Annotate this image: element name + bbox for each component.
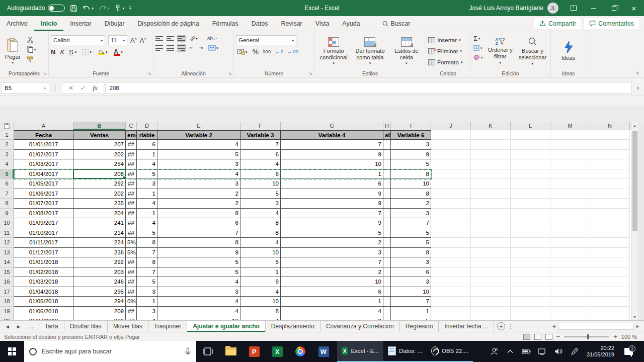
cell-I4[interactable]: 5 xyxy=(391,159,431,169)
undo-button[interactable]: ▾ xyxy=(83,5,94,12)
cell-K16[interactable] xyxy=(471,277,511,287)
cell-L2[interactable] xyxy=(511,140,550,150)
cell-I3[interactable]: 9 xyxy=(391,150,431,160)
column-header-M[interactable]: M xyxy=(550,122,590,130)
cell-C10[interactable]: ## xyxy=(126,218,137,228)
cell-J15[interactable] xyxy=(431,267,471,278)
cell-G3[interactable]: 9 xyxy=(281,150,383,160)
cell-K11[interactable] xyxy=(471,228,511,238)
cell-F20[interactable]: 4 xyxy=(240,316,281,320)
row-header-17[interactable]: 17 xyxy=(0,287,14,297)
word-button[interactable]: W xyxy=(312,341,335,362)
cell-N15[interactable] xyxy=(590,267,630,278)
cell-E11[interactable]: 7 xyxy=(157,228,240,238)
accounting-format-button[interactable]: ▾ xyxy=(236,48,249,55)
cell-M4[interactable] xyxy=(550,159,590,169)
cell-A20[interactable]: 01/07/2018 xyxy=(14,316,73,320)
tray-expand-icon[interactable] xyxy=(503,349,517,353)
cell-B11[interactable]: 214 xyxy=(73,228,126,238)
column-header-G[interactable]: G xyxy=(281,122,383,130)
cell-N2[interactable] xyxy=(590,140,630,150)
cell-E6[interactable]: 3 xyxy=(157,179,240,189)
cell-M5[interactable] xyxy=(550,169,590,179)
cell-E1[interactable]: Variable 2 xyxy=(157,130,240,140)
cell-B6[interactable]: 292 xyxy=(73,179,126,189)
shrink-font-button[interactable]: A˅ xyxy=(140,37,146,44)
row-header-1[interactable]: 1 xyxy=(0,130,14,140)
cell-L18[interactable] xyxy=(511,297,550,307)
file-explorer-button[interactable] xyxy=(219,341,243,362)
sheet-tab-trasponer[interactable]: Trasponer xyxy=(148,321,187,332)
collapse-ribbon-button[interactable]: ˄ xyxy=(636,70,639,76)
cell-H9[interactable] xyxy=(383,209,391,219)
cell-I16[interactable]: 3 xyxy=(391,277,431,287)
cell-M2[interactable] xyxy=(550,140,590,150)
redo-button[interactable]: ▾ xyxy=(99,5,110,12)
borders-button[interactable]: ▾ xyxy=(81,48,93,56)
cell-B2[interactable]: 207 xyxy=(73,140,126,150)
zoom-slider[interactable] xyxy=(564,336,609,337)
avatar[interactable]: JL xyxy=(547,3,558,14)
cell-G4[interactable]: 10 xyxy=(281,159,383,169)
find-select-button[interactable]: Buscar y seleccionar▾ xyxy=(517,33,548,69)
cell-D1[interactable]: riable xyxy=(137,130,157,140)
cell-E5[interactable]: 4 xyxy=(157,169,240,179)
cell-D12[interactable]: 8 xyxy=(137,238,157,248)
cell-A9[interactable]: 01/08/2017 xyxy=(14,209,73,219)
zoom-out-button[interactable]: − xyxy=(556,333,560,340)
cancel-button[interactable]: ✕ xyxy=(68,84,73,92)
paste-button[interactable]: Pegar▾ xyxy=(2,33,24,69)
cell-N20[interactable] xyxy=(590,316,630,320)
cell-H8[interactable] xyxy=(383,199,391,209)
cell-G20[interactable]: 2 xyxy=(281,316,383,320)
cell-F5[interactable]: 6 xyxy=(240,169,281,179)
column-header-E[interactable]: E xyxy=(157,122,240,130)
cell-B9[interactable]: 204 xyxy=(73,209,126,219)
cell-K17[interactable] xyxy=(471,287,511,297)
number-dialog-launcher[interactable]: ↘ xyxy=(308,71,312,76)
column-header-I[interactable]: I xyxy=(391,122,431,130)
cell-D16[interactable]: 5 xyxy=(137,277,157,287)
cell-M1[interactable] xyxy=(550,130,590,140)
cell-B17[interactable]: 295 xyxy=(73,287,126,297)
clear-button[interactable]: ▾ xyxy=(472,53,484,61)
cell-F19[interactable]: 8 xyxy=(240,307,281,317)
cell-C13[interactable]: 5% xyxy=(126,248,137,258)
enter-button[interactable]: ✓ xyxy=(80,84,86,92)
column-header-B[interactable]: B xyxy=(73,122,126,130)
cell-I10[interactable]: 7 xyxy=(391,218,431,228)
scroll-up-icon[interactable]: ▲ xyxy=(631,122,638,130)
pen-icon[interactable] xyxy=(568,348,582,355)
middle-align-button[interactable] xyxy=(167,36,174,41)
cell-D19[interactable]: 3 xyxy=(137,307,157,317)
decrease-indent-button[interactable]: ⇤ xyxy=(189,45,195,51)
new-sheet-button[interactable]: + xyxy=(497,322,505,330)
cell-J17[interactable] xyxy=(431,287,471,297)
cell-H1[interactable]: ab xyxy=(383,130,391,140)
cell-G6[interactable]: 6 xyxy=(281,179,383,189)
cell-H7[interactable] xyxy=(383,189,391,199)
cell-D18[interactable]: 1 xyxy=(137,297,157,307)
formula-input[interactable]: 208 xyxy=(105,82,632,94)
battery-icon[interactable] xyxy=(519,349,533,354)
ribbon-tab-disposición-de-página[interactable]: Disposición de página xyxy=(131,16,205,31)
cell-H20[interactable] xyxy=(383,316,391,320)
cell-G1[interactable]: Variable 4 xyxy=(281,130,383,140)
cell-D15[interactable]: 7 xyxy=(137,267,157,278)
cell-L10[interactable] xyxy=(511,218,550,228)
cell-K9[interactable] xyxy=(471,209,511,219)
wrap-text-button[interactable]: ab↩ xyxy=(206,35,218,42)
align-center-button[interactable] xyxy=(167,44,174,51)
sheet-tab-ajustar-e-igualar-ancho[interactable]: Ajustar e igualar ancho xyxy=(187,321,266,332)
network-icon[interactable] xyxy=(535,348,549,355)
cell-F6[interactable]: 10 xyxy=(240,179,281,189)
cell-B8[interactable]: 235 xyxy=(73,199,126,209)
start-button[interactable] xyxy=(0,341,24,362)
taskbar-window-excel[interactable]: XExcel - E... xyxy=(337,341,383,362)
cell-J8[interactable] xyxy=(431,199,471,209)
vertical-scrollbar[interactable]: ▲ ▼ xyxy=(631,122,638,320)
cell-G8[interactable]: 9 xyxy=(281,199,383,209)
cell-B14[interactable]: 292 xyxy=(73,257,126,267)
cell-C15[interactable]: ## xyxy=(126,267,137,278)
cell-G13[interactable]: 3 xyxy=(281,248,383,258)
